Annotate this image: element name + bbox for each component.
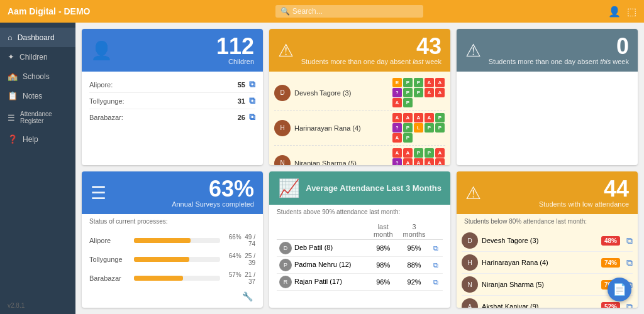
fab-button[interactable]: 📄 bbox=[608, 278, 631, 301]
logout-icon[interactable]: ⬚ bbox=[627, 6, 636, 18]
low-att-subtitle: Students below 80% attendance last month… bbox=[457, 214, 638, 226]
avg-attendance-card: 📈 Average Attendance Last 3 Months Stude… bbox=[269, 171, 450, 308]
user-icon[interactable]: 👤 bbox=[608, 6, 621, 18]
warning-icon-3: ⚠ bbox=[465, 183, 481, 203]
list-item: AAkshat Kaniyar (9)52%⧉ bbox=[462, 296, 633, 308]
attendance-badge: P bbox=[435, 113, 445, 122]
sidebar-item-children[interactable]: ✦ Children bbox=[0, 47, 75, 67]
low-att-label: Students with low attendance bbox=[539, 200, 629, 208]
progress-text: 57% 21 / 37 bbox=[224, 271, 255, 285]
link-icon[interactable]: ⧉ bbox=[626, 257, 633, 268]
attendance-badge: A bbox=[403, 113, 413, 122]
sidebar-label-schools: Schools bbox=[23, 72, 50, 81]
settings-icon[interactable]: 🔧 bbox=[242, 291, 253, 301]
sidebar-item-dashboard[interactable]: ⌂ Dashboard bbox=[0, 28, 75, 47]
attendance-badges: EPPAA?PPAAAP bbox=[392, 78, 445, 107]
col-link bbox=[431, 222, 443, 240]
list-item: DDevesh Tagore (3)EPPAA?PPAAAP bbox=[274, 75, 445, 111]
topbar: Aam Digital - DEMO 🔍 👤 ⬚ bbox=[0, 0, 644, 23]
progress-row: Tollygunge 64% 25 / 39 bbox=[89, 250, 255, 269]
attendance-badge: P bbox=[425, 148, 434, 158]
last-month-cell: 98% bbox=[369, 240, 397, 257]
link-icon[interactable]: ⧉ bbox=[433, 244, 438, 252]
attendance-badge: P bbox=[403, 133, 413, 143]
table-row: Barabazar: 26 ⧉ bbox=[89, 109, 255, 125]
link-cell[interactable]: ⧉ bbox=[431, 274, 443, 291]
attendance-badge: P bbox=[414, 148, 423, 158]
link-icon[interactable]: ⧉ bbox=[433, 261, 438, 269]
sidebar-item-schools[interactable]: 🏫 Schools bbox=[0, 67, 75, 86]
progress-label: Barabazar bbox=[89, 274, 130, 282]
student-name: Devesh Tagore (3) bbox=[294, 89, 389, 97]
attendance-badge: L bbox=[414, 123, 423, 133]
list-item: NNiranjan Sharma (5)76%⧉ bbox=[462, 274, 633, 296]
version-label: v2.8.1 bbox=[0, 297, 75, 314]
attendance-badge: A bbox=[403, 148, 413, 158]
avatar: A bbox=[462, 298, 478, 308]
sidebar-item-attendance[interactable]: ☰ Attendance Register bbox=[0, 106, 75, 129]
low-att-right: 44 Students with low attendance bbox=[539, 178, 629, 208]
link-icon[interactable]: ⧉ bbox=[249, 79, 255, 90]
col-last-month: lastmonth bbox=[369, 222, 397, 240]
link-cell[interactable]: ⧉ bbox=[431, 257, 443, 274]
link-icon[interactable]: ⧉ bbox=[626, 301, 633, 308]
attendance-badge: P bbox=[435, 123, 445, 133]
content-area: 👤 112 Children Alipore: 55 ⧉ Tollygunge:… bbox=[75, 23, 644, 314]
student-name: Harinarayan Rana (4) bbox=[482, 259, 597, 266]
schools-icon: 🏫 bbox=[8, 72, 18, 81]
percentage-badge: 48% bbox=[601, 236, 620, 246]
student-name-cell: DDeb Patil (8) bbox=[277, 240, 369, 257]
attendance-badge: A bbox=[435, 148, 445, 158]
low-att-header: ⚠ 44 Students with low attendance bbox=[457, 171, 638, 214]
link-icon[interactable]: ⧉ bbox=[626, 236, 633, 246]
sidebar-label-help: Help bbox=[23, 135, 38, 144]
children-label: Children bbox=[216, 58, 254, 65]
sidebar-item-help[interactable]: ❓ Help bbox=[0, 129, 75, 149]
attendance-badge: A bbox=[414, 158, 423, 165]
progress-label: Alipore bbox=[89, 237, 130, 244]
avatar: N bbox=[274, 155, 291, 166]
link-cell[interactable]: ⧉ bbox=[431, 240, 443, 257]
search-area[interactable]: 🔍 bbox=[275, 5, 423, 18]
avatar: D bbox=[462, 232, 478, 249]
progress-bar bbox=[134, 257, 189, 262]
progress-row: Barabazar 57% 21 / 37 bbox=[89, 269, 255, 288]
row-label: Barabazar: bbox=[89, 114, 123, 121]
absent-this-week-label: Students more than one day absent this w… bbox=[489, 58, 629, 65]
attendance-badge: A bbox=[425, 78, 434, 87]
app-title: Aam Digital - DEMO bbox=[8, 6, 90, 16]
surveys-subtitle: Status of current processes: bbox=[82, 214, 263, 226]
three-month-cell: 92% bbox=[397, 274, 431, 291]
col-name bbox=[277, 222, 369, 240]
last-month-cell: 98% bbox=[369, 257, 397, 274]
progress-bar bbox=[134, 276, 183, 281]
link-icon[interactable]: ⧉ bbox=[249, 95, 255, 106]
student-name: Niranjan Sharma (5) bbox=[294, 160, 389, 166]
attendance-badge: P bbox=[425, 123, 434, 133]
warning-icon: ⚠ bbox=[278, 40, 294, 61]
sidebar-item-notes[interactable]: 📋 Notes bbox=[0, 86, 75, 106]
student-name: Devesh Tagore (3) bbox=[482, 237, 597, 244]
avatar: P bbox=[279, 259, 292, 271]
absent-last-week-card: ⚠ 43 Students more than one day absent l… bbox=[269, 29, 450, 165]
link-icon[interactable]: ⧉ bbox=[249, 112, 255, 122]
attendance-badge: E bbox=[392, 78, 402, 87]
absent-this-week-card: ⚠ 0 Students more than one day absent th… bbox=[457, 29, 638, 165]
attendance-badge: A bbox=[392, 133, 402, 143]
list-item: HHarinarayan Rana (4)74%⧉ bbox=[462, 252, 633, 274]
children-number: 112 bbox=[216, 35, 254, 58]
attendance-badge: P bbox=[403, 78, 413, 87]
progress-bar-wrap bbox=[134, 257, 220, 262]
low-att-list: DDevesh Tagore (3)48%⧉HHarinarayan Rana … bbox=[462, 230, 633, 308]
link-icon[interactable]: ⧉ bbox=[433, 278, 438, 286]
avatar: R bbox=[279, 276, 292, 288]
surveys-body: Alipore 66% 49 / 74 Tollygunge 64% 25 / … bbox=[82, 226, 263, 295]
children-count-card: 👤 112 Children Alipore: 55 ⧉ Tollygunge:… bbox=[82, 29, 263, 165]
search-input[interactable] bbox=[292, 7, 418, 16]
attendance-badge: A bbox=[425, 158, 434, 165]
student-name: Harinarayan Rana (4) bbox=[294, 124, 389, 132]
search-icon: 🔍 bbox=[280, 7, 290, 16]
avatar: N bbox=[462, 276, 478, 293]
attendance-badge: P bbox=[403, 88, 413, 97]
avatar: H bbox=[274, 120, 291, 136]
